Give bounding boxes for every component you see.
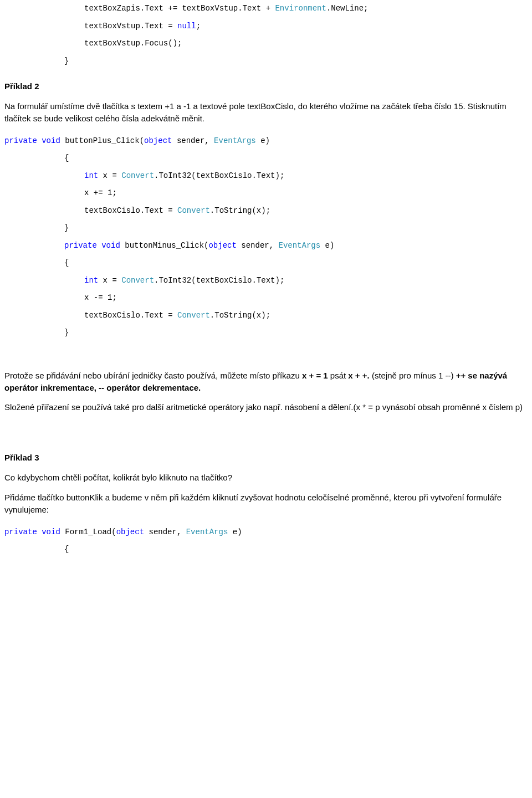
code-text: .ToInt32(textBoxCislo.Text); bbox=[154, 276, 284, 285]
code-type: Environment bbox=[275, 4, 326, 13]
code-keyword: object bbox=[116, 528, 144, 536]
code-brace: { bbox=[64, 258, 69, 267]
code-text: Form1_Load( bbox=[60, 528, 116, 536]
code-keyword: int bbox=[84, 171, 98, 180]
code-brace: { bbox=[64, 545, 69, 554]
code-block-form-load: private void Form1_Load(object sender, E… bbox=[4, 524, 528, 559]
code-text: buttonPlus_Click( bbox=[60, 136, 144, 145]
code-keyword: void bbox=[42, 136, 60, 145]
code-type: EventArgs bbox=[186, 528, 228, 536]
code-keyword: null bbox=[177, 22, 196, 30]
code-brace: } bbox=[64, 57, 69, 65]
example-3-desc: Přidáme tlačítko buttonKlik a budeme v n… bbox=[4, 492, 528, 516]
code-brace: } bbox=[64, 223, 69, 232]
code-brace: { bbox=[64, 154, 69, 162]
example-3-heading: Příklad 3 bbox=[4, 451, 528, 464]
code-block-plus: private void buttonPlus_Click(object sen… bbox=[4, 132, 528, 342]
code-text: e) bbox=[320, 241, 334, 250]
code-text: x += 1; bbox=[84, 188, 117, 197]
document-page: textBoxZapis.Text += textBoxVstup.Text +… bbox=[0, 0, 532, 581]
code-type: Convert bbox=[121, 171, 154, 180]
text-run: Protože se přidávání nebo ubírání jednič… bbox=[4, 371, 302, 380]
code-type: EventArgs bbox=[214, 136, 256, 145]
code-text: .ToString(x); bbox=[210, 311, 270, 320]
code-text: sender, bbox=[237, 241, 279, 250]
code-block-top: textBoxZapis.Text += textBoxVstup.Text +… bbox=[4, 0, 528, 70]
code-text: ; bbox=[196, 22, 201, 30]
code-keyword: int bbox=[84, 276, 98, 285]
code-text: e) bbox=[228, 528, 242, 536]
code-type: Convert bbox=[121, 276, 154, 285]
code-text: textBoxCislo.Text = bbox=[84, 206, 177, 215]
code-text: .ToString(x); bbox=[210, 206, 270, 215]
code-text bbox=[37, 136, 42, 145]
example-3-question: Co kdybychom chtěli počítat, kolikrát by… bbox=[4, 472, 528, 484]
code-text: x -= 1; bbox=[84, 293, 117, 302]
code-text: textBoxCislo.Text = bbox=[84, 311, 177, 320]
code-text: sender, bbox=[144, 528, 186, 536]
code-keyword: private bbox=[4, 136, 37, 145]
code-text: x = bbox=[98, 171, 121, 180]
code-text: textBoxVstup.Text = bbox=[84, 22, 177, 30]
paragraph-inc-dec: Protože se přidávání nebo ubírání jednič… bbox=[4, 370, 528, 394]
text-bold: x + +. bbox=[348, 371, 369, 380]
text-run: psát bbox=[328, 371, 349, 380]
example-2-paragraph: Na formulář umístíme dvě tlačítka s text… bbox=[4, 100, 528, 125]
code-keyword: object bbox=[208, 241, 236, 250]
code-keyword: void bbox=[42, 528, 60, 536]
code-brace: } bbox=[64, 328, 69, 337]
code-keyword: object bbox=[144, 136, 172, 145]
code-text: textBoxZapis.Text += textBoxVstup.Text + bbox=[84, 4, 275, 13]
code-text: .NewLine; bbox=[326, 4, 369, 13]
code-type: Convert bbox=[177, 206, 210, 215]
example-2-heading: Příklad 2 bbox=[4, 80, 528, 93]
code-keyword: private bbox=[4, 528, 37, 536]
code-type: EventArgs bbox=[279, 241, 321, 250]
code-text: x = bbox=[98, 276, 121, 285]
code-text: buttonMinus_Click( bbox=[120, 241, 209, 250]
code-text: sender, bbox=[172, 136, 214, 145]
code-text: textBoxVstup.Focus(); bbox=[84, 39, 182, 48]
text-bold: x + = 1 bbox=[302, 371, 328, 380]
text-run: (stejně pro mínus 1 --) bbox=[370, 371, 456, 380]
paragraph-compound-assign: Složené přiřazení se používá také pro da… bbox=[4, 401, 528, 413]
code-keyword: void bbox=[101, 241, 120, 250]
code-text: e) bbox=[256, 136, 270, 145]
code-keyword: private bbox=[64, 241, 97, 250]
code-text: .ToInt32(textBoxCislo.Text); bbox=[154, 171, 284, 180]
code-type: Convert bbox=[177, 311, 210, 320]
